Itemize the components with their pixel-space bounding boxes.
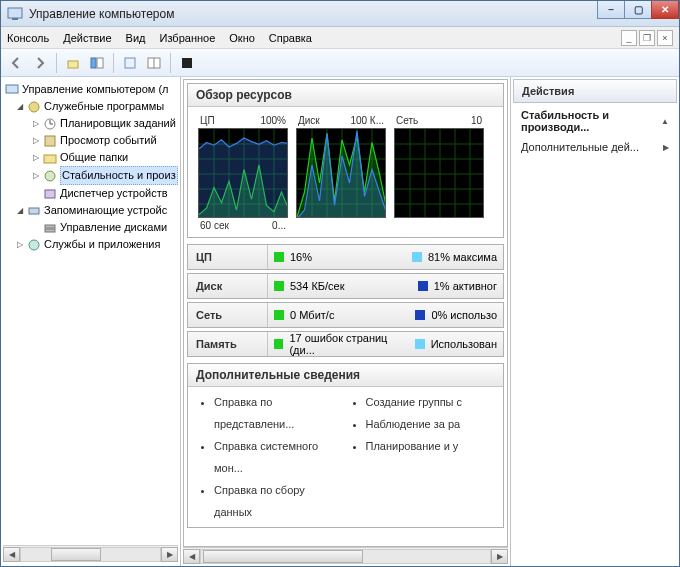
tree-services[interactable]: ▷Службы и приложения <box>15 236 178 253</box>
svg-rect-15 <box>45 190 55 198</box>
scroll-thumb[interactable] <box>203 550 363 563</box>
menu-close-button[interactable]: × <box>657 30 673 46</box>
storage-icon <box>27 204 41 218</box>
tree-devmgr[interactable]: Диспетчер устройств <box>31 185 178 202</box>
forward-button[interactable] <box>29 52 51 74</box>
properties-button[interactable] <box>119 52 141 74</box>
tree-disks[interactable]: Управление дисками <box>31 219 178 236</box>
nav-tree[interactable]: Управление компьютером (л ◢ Служебные пр… <box>3 81 178 545</box>
tree-perf[interactable]: ▷Стабильность и произ <box>31 166 178 185</box>
stop-button[interactable] <box>176 52 198 74</box>
chart-max: 100 К... <box>350 115 384 126</box>
menu-action[interactable]: Действие <box>63 32 111 44</box>
collapse-icon[interactable]: ◢ <box>15 206 24 215</box>
chevron-up-icon: ▲ <box>661 117 669 126</box>
show-hide-button[interactable] <box>86 52 108 74</box>
svg-rect-3 <box>91 58 96 68</box>
toolbar <box>1 49 679 77</box>
chart-name: Диск <box>298 115 320 126</box>
metric-value-2: 0% использо <box>431 309 497 321</box>
scroll-thumb[interactable] <box>51 548 101 561</box>
window-title: Управление компьютером <box>29 7 174 21</box>
titlebar[interactable]: Управление компьютером – ▢ ✕ <box>1 1 679 27</box>
maximize-button[interactable]: ▢ <box>624 1 652 19</box>
addinfo-link[interactable]: Наблюдение за ра <box>366 413 498 435</box>
metrics-container: ЦП16%81% максимаДиск534 КБ/сек1% активно… <box>184 241 507 360</box>
tree-devmgr-label: Диспетчер устройств <box>60 185 168 202</box>
expand-icon[interactable]: ▷ <box>31 136 40 145</box>
menu-favorites[interactable]: Избранное <box>160 32 216 44</box>
computer-icon <box>5 83 19 97</box>
tree-scheduler[interactable]: ▷Планировщик заданий <box>31 115 178 132</box>
menu-restore-button[interactable]: ❐ <box>639 30 655 46</box>
color-swatch-icon <box>415 339 425 349</box>
expand-icon[interactable]: ▷ <box>31 153 40 162</box>
back-button[interactable] <box>5 52 27 74</box>
expand-icon[interactable]: ▷ <box>31 119 40 128</box>
addinfo-link[interactable]: Справка системного мон... <box>214 435 346 479</box>
menu-console[interactable]: Консоль <box>7 32 49 44</box>
tree-services-label: Службы и приложения <box>44 236 160 253</box>
action-item-more[interactable]: Дополнительные дей... ▶ <box>511 137 679 157</box>
expand-icon[interactable]: ▷ <box>15 240 24 249</box>
minimize-button[interactable]: – <box>597 1 625 19</box>
content-area: Управление компьютером (л ◢ Служебные пр… <box>1 77 679 566</box>
svg-rect-0 <box>8 8 22 18</box>
menu-minimize-button[interactable]: _ <box>621 30 637 46</box>
scroll-right-button[interactable]: ▶ <box>491 549 508 564</box>
metric-name: Диск <box>188 274 268 298</box>
expand-icon[interactable]: ▷ <box>31 171 40 180</box>
metric-mem[interactable]: Память17 ошибок страниц (ди...Использова… <box>187 331 504 357</box>
addinfo-panel: Дополнительные сведения Справка по предс… <box>187 363 504 528</box>
split-button[interactable] <box>143 52 165 74</box>
tree-storage[interactable]: ◢Запоминающие устройс <box>15 202 178 219</box>
menu-help[interactable]: Справка <box>269 32 312 44</box>
tree-tools-label: Служебные программы <box>44 98 164 115</box>
close-button[interactable]: ✕ <box>651 1 679 19</box>
chart-name: Сеть <box>396 115 418 126</box>
chart-canvas <box>394 128 484 218</box>
scroll-left-button[interactable]: ◀ <box>183 549 200 564</box>
addinfo-link[interactable]: Планирование и у <box>366 435 498 457</box>
addinfo-link[interactable]: Создание группы с <box>366 391 498 413</box>
tree-hscroll[interactable]: ◀ ▶ <box>3 545 178 562</box>
tools-icon <box>27 100 41 114</box>
tree-perf-label: Стабильность и произ <box>60 166 178 185</box>
center-hscroll[interactable]: ◀ ▶ <box>183 547 508 564</box>
metric-net[interactable]: Сеть0 Мбит/с0% использо <box>187 302 504 328</box>
collapse-icon[interactable]: ◢ <box>15 102 24 111</box>
app-icon <box>7 6 23 22</box>
chart-Сеть: Сеть10 <box>394 115 484 231</box>
tree-root[interactable]: Управление компьютером (л <box>5 81 178 98</box>
up-button[interactable] <box>62 52 84 74</box>
tree-events[interactable]: ▷Просмотр событий <box>31 132 178 149</box>
scroll-right-button[interactable]: ▶ <box>161 547 178 562</box>
window-buttons: – ▢ ✕ <box>598 1 679 21</box>
color-swatch-icon <box>274 281 284 291</box>
clock-icon <box>43 117 57 131</box>
action-item-perf[interactable]: Стабильность и производи... ▲ <box>511 105 679 137</box>
scroll-left-button[interactable]: ◀ <box>3 547 20 562</box>
chart-row: ЦП100%60 сек0...Диск100 К...Сеть10 <box>194 111 497 233</box>
svg-rect-16 <box>29 208 39 214</box>
color-swatch-icon <box>412 252 422 262</box>
chart-canvas <box>198 128 288 218</box>
tree-tools[interactable]: ◢ Служебные программы <box>15 98 178 115</box>
addinfo-link[interactable]: Справка по представлени... <box>214 391 346 435</box>
device-icon <box>43 187 57 201</box>
color-swatch-icon <box>274 310 284 320</box>
metric-value-1: 534 КБ/сек <box>290 280 345 292</box>
menu-window[interactable]: Окно <box>229 32 255 44</box>
overview-title: Обзор ресурсов <box>188 84 503 107</box>
menu-view[interactable]: Вид <box>126 32 146 44</box>
metric-disk[interactable]: Диск534 КБ/сек1% активног <box>187 273 504 299</box>
tree-shared[interactable]: ▷Общие папки <box>31 149 178 166</box>
tree-scheduler-label: Планировщик заданий <box>60 115 176 132</box>
chart-max: 10 <box>471 115 482 126</box>
svg-rect-1 <box>12 18 18 20</box>
metric-cpu[interactable]: ЦП16%81% максима <box>187 244 504 270</box>
chart-ЦП: ЦП100%60 сек0... <box>198 115 288 231</box>
svg-rect-4 <box>97 58 103 68</box>
chart-xleft: 60 сек <box>200 220 229 231</box>
addinfo-link[interactable]: Справка по сбору данных <box>214 479 346 523</box>
